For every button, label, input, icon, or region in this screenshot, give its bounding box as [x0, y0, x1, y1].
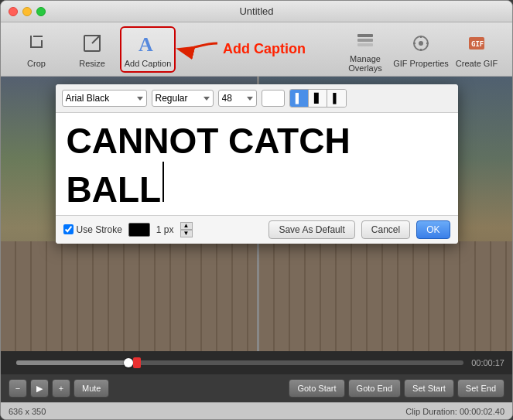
toolbar: Crop Resize A Add Caption	[1, 22, 512, 77]
add-frame-button[interactable]: +	[52, 379, 70, 398]
svg-rect-1	[30, 46, 43, 48]
create-gif-label: Create GIF	[456, 59, 498, 68]
save-as-default-button[interactable]: Save As Default	[268, 220, 354, 239]
svg-rect-8	[357, 34, 373, 37]
app-window: Untitled Crop	[0, 0, 513, 420]
caption-toolbar: Arial Black Arial Helvetica Regular Bold…	[56, 84, 458, 113]
timeline: 00:00:17	[1, 351, 512, 374]
add-caption-label: Add Caption	[125, 59, 172, 68]
toolbar-gif-properties[interactable]: GIF Properties	[393, 26, 449, 73]
controls-bar: − ▶ + Mute Goto Start Goto End Set Start…	[1, 374, 512, 402]
traffic-lights	[9, 7, 46, 16]
dimensions-text: 636 x 350	[9, 407, 46, 416]
toolbar-resize[interactable]: Resize	[64, 26, 120, 73]
video-area: Arial Black Arial Helvetica Regular Bold…	[1, 77, 512, 351]
align-left-button[interactable]: ▌	[290, 90, 309, 107]
timeline-thumb[interactable]	[124, 358, 133, 367]
svg-rect-9	[357, 39, 373, 42]
svg-line-5	[92, 36, 100, 43]
gif-properties-label: GIF Properties	[393, 59, 449, 68]
toolbar-crop[interactable]: Crop	[9, 26, 64, 73]
stroke-size-up[interactable]: ▲	[180, 222, 193, 230]
manage-overlays-icon	[353, 26, 378, 51]
play-button[interactable]: ▶	[30, 379, 49, 398]
ok-button[interactable]: OK	[416, 220, 450, 239]
gif-properties-icon	[409, 31, 433, 56]
resize-icon	[80, 31, 104, 56]
caption-line-2: BALL	[67, 162, 447, 210]
maximize-button[interactable]	[36, 7, 46, 16]
crop-label: Crop	[27, 59, 46, 68]
svg-point-12	[419, 41, 423, 46]
stroke-size-value: 1 px	[156, 224, 174, 235]
font-color-swatch[interactable]	[262, 90, 285, 107]
titlebar: Untitled	[1, 1, 512, 22]
add-caption-icon: A	[135, 31, 160, 56]
close-button[interactable]	[9, 7, 18, 16]
clip-duration-text: Clip Duration: 00:00:02.40	[405, 407, 504, 416]
font-name-select[interactable]: Arial Black Arial Helvetica	[62, 90, 147, 107]
use-stroke-checkbox[interactable]	[63, 224, 74, 234]
timeline-time: 00:00:17	[471, 358, 504, 367]
toolbar-add-caption[interactable]: A Add Caption	[120, 26, 176, 73]
create-gif-icon: GIF	[464, 31, 489, 56]
align-group: ▌ ▋ ▌	[289, 89, 347, 108]
set-start-button[interactable]: Set Start	[404, 379, 454, 398]
svg-rect-10	[357, 43, 373, 46]
svg-rect-0	[30, 36, 32, 48]
crop-icon	[24, 31, 49, 56]
text-cursor	[162, 162, 164, 202]
caption-dialog: Arial Black Arial Helvetica Regular Bold…	[56, 84, 458, 244]
font-size-select[interactable]: 48 24 36 60	[218, 90, 257, 107]
annotation-text: Add Caption	[223, 41, 306, 57]
caption-text-display[interactable]: CANNOT CATCH BALL	[67, 121, 447, 210]
timeline-fill	[16, 360, 128, 365]
caption-footer: Use Stroke 1 px ▲ ▼ Save As Default Canc…	[56, 215, 458, 244]
window-title: Untitled	[239, 5, 273, 17]
timeline-track[interactable]	[16, 360, 463, 365]
annotation-arrow	[179, 36, 221, 63]
caption-line-1: CANNOT CATCH	[67, 121, 447, 162]
svg-text:GIF: GIF	[471, 40, 484, 48]
timeline-playhead[interactable]	[133, 357, 141, 368]
svg-text:A: A	[139, 33, 153, 56]
svg-rect-2	[41, 40, 43, 48]
manage-overlays-label: Manage Overlays	[337, 54, 393, 73]
mute-button[interactable]: Mute	[74, 379, 109, 398]
font-style-select[interactable]: Regular Bold Italic	[152, 90, 214, 107]
stroke-size-spinner: ▲ ▼	[180, 222, 193, 237]
use-stroke-label: Use Stroke	[77, 224, 122, 235]
caption-text-container: CANNOT CATCH BALL	[56, 113, 458, 215]
goto-start-button[interactable]: Goto Start	[289, 379, 344, 398]
svg-rect-3	[33, 36, 43, 37]
stroke-size-down[interactable]: ▼	[180, 230, 193, 237]
minimize-button[interactable]	[22, 7, 32, 16]
goto-end-button[interactable]: Goto End	[348, 379, 401, 398]
align-right-button[interactable]: ▌	[327, 90, 346, 107]
align-center-button[interactable]: ▋	[309, 90, 327, 107]
toolbar-manage-overlays[interactable]: Manage Overlays	[337, 26, 393, 73]
remove-frame-button[interactable]: −	[9, 379, 27, 398]
stroke-color-swatch[interactable]	[128, 223, 150, 237]
cancel-button[interactable]: Cancel	[361, 220, 410, 239]
toolbar-create-gif[interactable]: GIF Create GIF	[449, 26, 504, 73]
stroke-checkbox-group: Use Stroke	[63, 224, 122, 235]
resize-label: Resize	[79, 59, 105, 68]
set-end-button[interactable]: Set End	[457, 379, 504, 398]
statusbar: 636 x 350 Clip Duration: 00:00:02.40	[1, 402, 512, 419]
